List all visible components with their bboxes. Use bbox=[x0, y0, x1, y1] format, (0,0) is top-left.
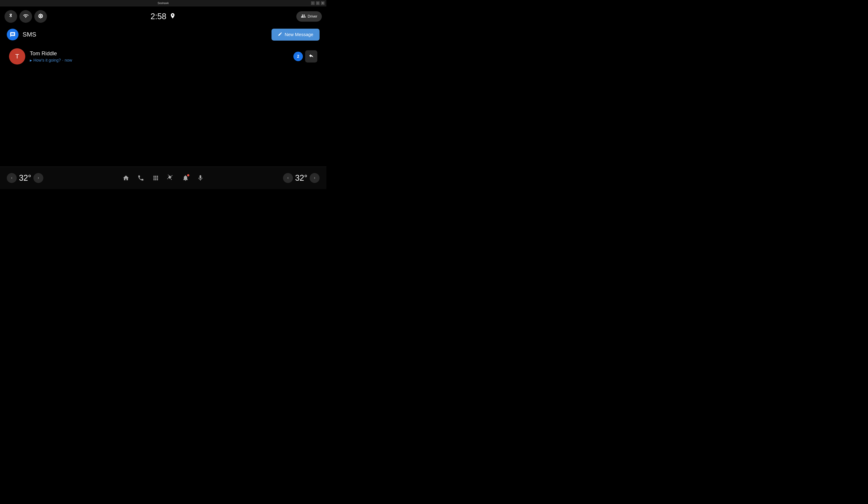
bottom-bar: 32° 32° bbox=[0, 167, 326, 189]
contact-name: Tom Riddle bbox=[30, 50, 289, 56]
dot-separator: · bbox=[62, 58, 63, 63]
message-list: T Tom Riddle ▶ How's it going? · now 2 bbox=[0, 42, 326, 70]
app-header: SMS New Message bbox=[0, 27, 326, 42]
time-display: 2:58 bbox=[151, 12, 166, 21]
contact-avatar: T bbox=[9, 48, 25, 64]
new-message-label: New Message bbox=[285, 32, 313, 37]
top-bar: 2:58 Driver bbox=[0, 6, 326, 27]
home-button[interactable] bbox=[123, 175, 129, 181]
app-title: SMS bbox=[23, 31, 36, 38]
title-bar-title: Seahawk bbox=[16, 2, 311, 5]
brightness-button[interactable] bbox=[34, 10, 47, 23]
temp-left-next-button[interactable] bbox=[33, 173, 43, 183]
bluetooth-button[interactable] bbox=[4, 10, 17, 23]
bell-button[interactable] bbox=[182, 175, 189, 181]
driver-button-wrapper: Driver bbox=[296, 11, 322, 22]
bottom-center bbox=[123, 175, 204, 181]
driver-label: Driver bbox=[308, 14, 317, 19]
temp-left-prev-button[interactable] bbox=[7, 173, 17, 183]
fan-button[interactable] bbox=[167, 175, 174, 181]
temp-right-next-button[interactable] bbox=[310, 173, 320, 183]
mic-button[interactable] bbox=[197, 175, 204, 181]
temp-left-display: 32° bbox=[19, 173, 31, 183]
close-button[interactable]: ✕ bbox=[321, 1, 324, 5]
driver-button[interactable]: Driver bbox=[296, 11, 322, 22]
pencil-icon bbox=[278, 32, 282, 38]
grid-button[interactable] bbox=[152, 175, 159, 181]
brightness-icon bbox=[38, 13, 43, 20]
minimize-button[interactable]: − bbox=[311, 1, 314, 5]
message-actions: 2 bbox=[293, 50, 317, 63]
bluetooth-icon bbox=[8, 13, 13, 20]
location-icon bbox=[169, 13, 176, 21]
bottom-left: 32° bbox=[7, 173, 43, 183]
contact-initial: T bbox=[15, 53, 19, 60]
reply-icon bbox=[309, 53, 314, 60]
temp-right-display: 32° bbox=[295, 173, 307, 183]
top-bar-center: 2:58 bbox=[151, 12, 176, 21]
temp-right-prev-button[interactable] bbox=[283, 173, 293, 183]
sms-app-icon bbox=[7, 29, 19, 40]
new-message-button[interactable]: New Message bbox=[271, 29, 320, 41]
bottom-right: 32° bbox=[283, 173, 320, 183]
driver-icon bbox=[301, 13, 306, 19]
message-time: now bbox=[65, 58, 72, 63]
message-item[interactable]: T Tom Riddle ▶ How's it going? · now 2 bbox=[7, 45, 320, 68]
message-content: Tom Riddle ▶ How's it going? · now bbox=[30, 50, 289, 63]
wifi-button[interactable] bbox=[19, 10, 32, 23]
title-bar-controls: − □ ✕ bbox=[311, 1, 324, 5]
notification-dot bbox=[187, 174, 189, 176]
app-header-left: SMS bbox=[7, 29, 36, 40]
top-bar-left bbox=[4, 10, 47, 23]
unread-badge: 2 bbox=[293, 52, 303, 61]
maximize-button[interactable]: □ bbox=[316, 1, 320, 5]
title-bar: Seahawk − □ ✕ bbox=[0, 0, 326, 6]
reply-button[interactable] bbox=[305, 50, 317, 63]
play-icon: ▶ bbox=[30, 59, 32, 62]
preview-text: How's it going? bbox=[33, 58, 61, 63]
phone-button[interactable] bbox=[137, 175, 144, 181]
wifi-icon bbox=[23, 13, 29, 20]
message-preview: ▶ How's it going? · now bbox=[30, 58, 289, 63]
